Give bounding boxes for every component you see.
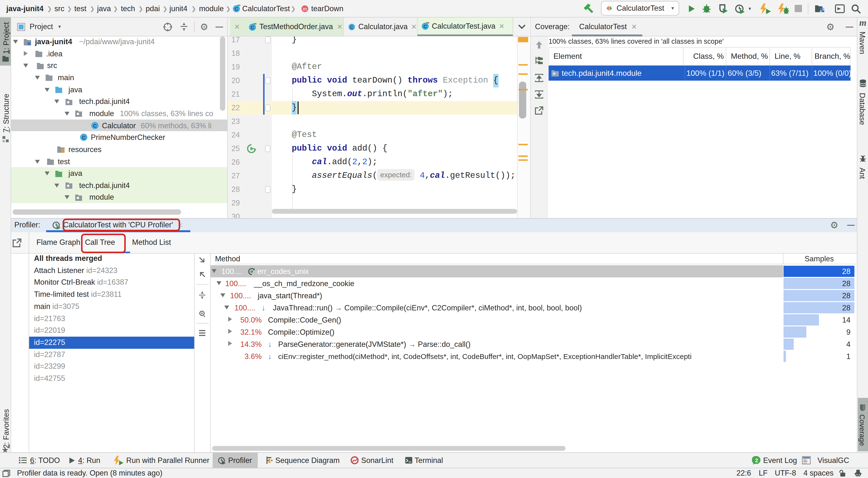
svg-text:m: m (303, 6, 307, 11)
svg-text:C: C (251, 24, 254, 30)
svg-text:C: C (93, 123, 97, 129)
svg-text:C: C (350, 24, 353, 30)
svg-text:C: C (235, 6, 238, 12)
svg-text:C: C (423, 24, 427, 29)
svg-text:C: C (82, 135, 86, 141)
svg-text:2: 2 (755, 457, 758, 464)
